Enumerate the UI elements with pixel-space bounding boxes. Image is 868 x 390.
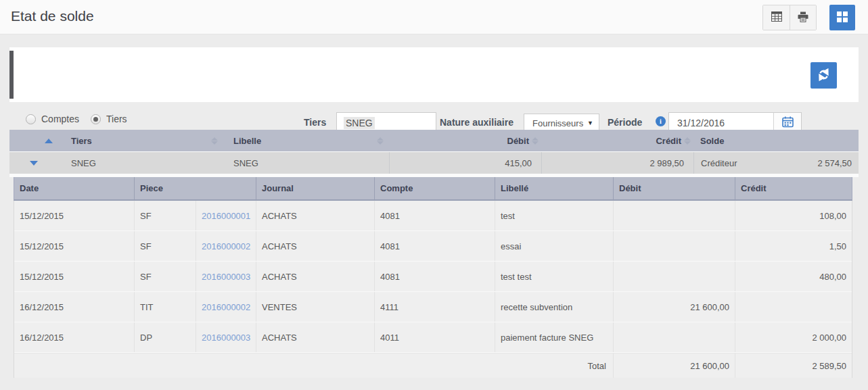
radio-tiers[interactable]: Tiers xyxy=(91,114,127,124)
top-bar: Etat de solde xyxy=(0,0,868,34)
cell-journal: VENTES xyxy=(256,292,374,322)
cell-journal: ACHATS xyxy=(256,231,374,261)
cell-date: 15/12/2015 xyxy=(14,231,134,261)
detail-table-body: 15/12/2015 SF 2016000001 ACHATS 4081 tes… xyxy=(14,201,852,378)
sort-icon xyxy=(684,137,691,145)
radio-tiers-label: Tiers xyxy=(106,114,127,124)
radio-tiers-circle[interactable] xyxy=(91,114,101,124)
piece-link[interactable]: 2016000001 xyxy=(202,211,250,221)
cell-piece-number: 2016000002 xyxy=(196,231,256,261)
detail-header-credit: Crédit xyxy=(735,177,852,199)
cell-piece-type: TIT xyxy=(134,292,196,322)
summary-row: SNEG SNEG 415,00 2 989,50 Créditeur 2 57… xyxy=(9,152,859,174)
refresh-button[interactable] xyxy=(810,62,837,89)
cell-debit: 21 600,00 xyxy=(613,292,735,322)
cell-libelle: recette subvention xyxy=(495,292,613,322)
cell-debit xyxy=(613,201,735,230)
piece-link[interactable]: 2016000003 xyxy=(202,272,250,282)
detail-header-journal: Journal xyxy=(256,177,374,199)
sort-icon xyxy=(377,137,384,145)
table-row: 15/12/2015 SF 2016000001 ACHATS 4081 tes… xyxy=(14,201,852,231)
page-title: Etat de solde xyxy=(11,8,94,24)
cell-date: 15/12/2015 xyxy=(14,201,134,230)
cell-libelle: test test xyxy=(495,262,613,291)
summary-row-tiers: SNEG xyxy=(58,152,223,174)
cell-compte: 4081 xyxy=(374,262,495,291)
cell-piece-type: SF xyxy=(134,231,196,261)
cell-date: 15/12/2015 xyxy=(14,262,134,291)
cell-libelle: essai xyxy=(495,231,613,261)
summary-table: Tiers Libelle Débit Crédit Solde SNEG SN… xyxy=(9,130,859,174)
summary-row-solde-value: 2 574,50 xyxy=(817,158,852,168)
table-export-button[interactable] xyxy=(763,5,790,30)
total-row: Total 21 600,00 2 589,50 xyxy=(14,353,852,378)
summary-header-credit[interactable]: Crédit xyxy=(541,130,693,151)
cell-piece-number: 2016000003 xyxy=(196,322,256,352)
sort-asc-icon xyxy=(45,139,53,143)
printer-icon xyxy=(798,11,808,24)
tiers-input-value: SNEG xyxy=(344,117,375,129)
calendar-icon xyxy=(782,116,794,130)
piece-link[interactable]: 2016000002 xyxy=(202,241,250,251)
summary-header-credit-label: Crédit xyxy=(656,136,681,146)
cell-piece-number: 2016000003 xyxy=(196,262,256,291)
cell-credit: 1,50 xyxy=(735,231,852,261)
table-row: 16/12/2015 TIT 2016000002 VENTES 4111 re… xyxy=(14,292,852,322)
summary-header-debit[interactable]: Débit xyxy=(389,130,541,151)
summary-sort-expander-header[interactable] xyxy=(9,130,58,151)
cell-piece-number: 2016000001 xyxy=(196,201,256,230)
radio-comptes[interactable]: Comptes xyxy=(26,114,79,124)
cell-credit xyxy=(735,292,852,322)
cell-libelle: paiement facture SNEG xyxy=(495,322,613,352)
chevron-down-icon: ▼ xyxy=(587,120,593,126)
cell-journal: ACHATS xyxy=(256,322,374,352)
summary-row-credit: 2 989,50 xyxy=(541,152,693,174)
cell-debit xyxy=(613,322,735,352)
cell-piece-type: SF xyxy=(134,201,196,230)
summary-header-debit-label: Débit xyxy=(507,136,530,146)
summary-row-expander-cell[interactable] xyxy=(9,152,58,174)
periode-label: Période xyxy=(608,117,642,128)
piece-link[interactable]: 2016000003 xyxy=(202,333,250,343)
detail-header-debit: Débit xyxy=(613,177,735,199)
cell-date: 16/12/2015 xyxy=(14,322,134,352)
summary-header-tiers[interactable]: Tiers xyxy=(58,130,223,151)
detail-table-header: Date Piece Journal Compte Libellé Débit … xyxy=(14,177,852,201)
detail-table: Date Piece Journal Compte Libellé Débit … xyxy=(14,177,852,378)
summary-row-solde-type: Créditeur xyxy=(701,158,737,168)
cell-piece-number: 2016000002 xyxy=(196,292,256,322)
cell-compte: 4081 xyxy=(374,231,495,261)
cell-debit xyxy=(613,231,735,261)
collapse-row-icon[interactable] xyxy=(30,161,38,166)
export-button-group xyxy=(762,5,817,30)
cell-credit: 2 000,00 xyxy=(735,322,852,352)
table-row: 15/12/2015 SF 2016000002 ACHATS 4081 ess… xyxy=(14,231,852,262)
info-icon[interactable]: i xyxy=(656,116,666,126)
refresh-icon xyxy=(817,68,830,83)
cell-compte: 4011 xyxy=(374,322,495,352)
cell-compte: 4111 xyxy=(374,292,495,322)
summary-header-solde: Solde xyxy=(693,130,859,151)
total-label: Total xyxy=(495,354,613,378)
detail-header-libelle: Libellé xyxy=(495,177,613,199)
table-row: 15/12/2015 SF 2016000003 ACHATS 4081 tes… xyxy=(14,262,852,292)
piece-link[interactable]: 2016000002 xyxy=(202,302,250,312)
cell-date: 16/12/2015 xyxy=(14,292,134,322)
grid-view-button[interactable] xyxy=(829,5,855,30)
radio-comptes-circle[interactable] xyxy=(26,114,36,124)
summary-header-tiers-label: Tiers xyxy=(71,136,92,146)
filter-panel: Comptes Tiers Tiers SNEG Nature auxiliai… xyxy=(9,47,859,102)
detail-header-compte: Compte xyxy=(374,177,495,199)
cell-credit: 480,00 xyxy=(735,262,852,291)
cell-piece-type: DP xyxy=(134,322,196,352)
total-credit: 2 589,50 xyxy=(735,354,852,378)
cell-journal: ACHATS xyxy=(256,201,374,230)
cell-journal: ACHATS xyxy=(256,262,374,291)
print-button[interactable] xyxy=(790,5,816,30)
radio-comptes-label: Comptes xyxy=(41,114,79,124)
nature-auxiliaire-value: Fournisseurs xyxy=(532,118,583,128)
nature-auxiliaire-label: Nature auxiliaire xyxy=(440,117,513,128)
summary-header-libelle[interactable]: Libelle xyxy=(223,130,389,151)
cell-piece-type: SF xyxy=(134,262,196,291)
summary-header-solde-label: Solde xyxy=(700,136,724,146)
